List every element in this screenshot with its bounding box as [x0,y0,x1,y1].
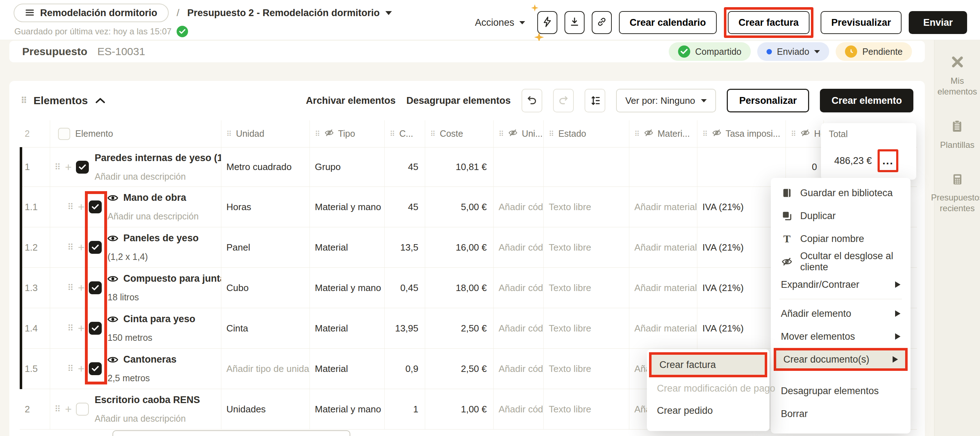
cell-coste[interactable]: 2,50 € [425,349,493,389]
column-header-tipo[interactable]: ⠿Tipo [310,120,385,147]
row-height-button[interactable] [585,89,605,113]
menu-item-crear-documento-s[interactable]: Crear documento(s) [774,348,908,371]
row-menu-button[interactable]: ... [881,152,895,169]
item-name[interactable]: Paneles de yeso [123,233,199,244]
cell-tipo[interactable]: Material [310,308,385,348]
cell-estado[interactable] [544,147,629,187]
crear-elemento-button[interactable]: Crear elemento [820,89,913,113]
cell-material[interactable]: Añadir material... [629,227,697,267]
item-description[interactable]: Añadir una descripción [95,171,221,182]
cell-cantidad[interactable]: 0,45 [385,268,425,308]
project-pill[interactable]: Remodelación dormitorio [14,3,169,22]
undo-button[interactable] [522,89,542,113]
cell-unidad[interactable]: Horas [221,187,310,227]
submenu-item-crear-pedido[interactable]: Crear pedido [647,400,769,422]
drag-handle-icon[interactable]: ⠿ [21,96,27,105]
cell-codigo[interactable]: Añadir códi... [493,187,544,227]
cell-material[interactable] [629,147,697,187]
cell-codigo[interactable]: Añadir códi... [493,227,544,267]
cell-codigo[interactable] [493,147,544,187]
menu-item-ocultar-el-desglose-al-cliente[interactable]: Ocultar el desglose al cliente [771,250,910,273]
drag-handle-icon[interactable]: ⠿ [315,130,320,138]
drag-handle-icon[interactable]: ⠿ [549,130,554,138]
menu-item-duplicar[interactable]: Duplicar [771,205,910,227]
automations-button[interactable] [537,11,557,34]
cell-unidad[interactable]: Cubo [221,268,310,308]
add-row-icon[interactable]: + [78,322,85,334]
ver-por-select[interactable]: Ver por: Ninguno [616,89,716,113]
column-header-tasa-imposi[interactable]: ⠿Tasa imposi... [697,120,786,147]
previsualizar-button[interactable]: Previsualizar [821,11,902,34]
item-description[interactable]: 18 litros [107,292,221,303]
drag-handle-icon[interactable]: ⠿ [67,365,74,373]
add-row-icon[interactable]: + [78,242,85,253]
item-name[interactable]: Mano de obra [123,192,186,203]
column-header-elemento[interactable]: Elemento [50,120,221,147]
cell-tipo[interactable]: Grupo [310,147,385,187]
crear-factura-button[interactable]: Crear factura [728,11,810,34]
cell-tipo[interactable]: Material [310,227,385,267]
cell-coste[interactable]: 5,00 € [425,187,493,227]
cell-cantidad[interactable]: 13,95 [385,308,425,348]
row-checkbox[interactable] [89,241,102,254]
menu-item-mover-elementos[interactable]: Mover elementos [771,325,910,348]
drag-handle-icon[interactable]: ⠿ [67,284,74,292]
cell-coste[interactable]: 16,00 € [425,227,493,267]
download-button[interactable] [565,11,585,34]
cell-tipo[interactable]: Material y mano ... [310,187,385,227]
drag-handle-icon[interactable]: ⠿ [67,324,74,333]
section-header[interactable]: ⠿ Elementos [21,95,105,107]
item-name[interactable]: Escritorio caoba RENS [95,395,200,406]
menu-item-guardar-en-biblioteca[interactable]: Guardar en biblioteca [771,181,910,205]
row-checkbox[interactable] [76,161,89,174]
cell-coste[interactable]: 1,00 € [425,389,493,429]
menu-item-borrar[interactable]: Borrar [771,402,910,425]
add-row-icon[interactable]: + [78,201,85,212]
cell-cantidad[interactable]: 1 [385,389,425,429]
cell-material[interactable]: Añadir material... [629,187,697,227]
row-checkbox[interactable] [89,200,102,213]
acciones-button[interactable]: Acciones [475,17,525,28]
add-row-icon[interactable]: + [78,282,85,293]
column-header-materi[interactable]: ⠿Materi... [629,120,697,147]
drag-handle-icon[interactable]: ⠿ [67,243,74,252]
cell-estado[interactable]: Texto libre [544,349,629,389]
submenu-item-crear-factura[interactable]: Crear factura [649,352,767,377]
cell-codigo[interactable]: Añadir códi... [493,349,544,389]
sidebar-item-presupuestos-recientes[interactable]: Presupuestos recientes [931,173,980,214]
sidebar-item-mis-elementos[interactable]: Mis elementos [934,54,980,97]
cell-coste[interactable]: 2,50 € [425,308,493,348]
drag-handle-icon[interactable]: ⠿ [67,203,74,211]
cell-estado[interactable]: Texto libre [544,389,629,429]
drag-handle-icon[interactable]: ⠿ [54,405,61,414]
cell-codigo[interactable]: Añadir códi... [493,268,544,308]
cell-material[interactable]: Añadir material... [629,268,697,308]
drag-handle-icon[interactable]: ⠿ [54,163,61,171]
item-name[interactable]: Paredes internas de yeso (1... [95,152,221,163]
menu-item-copiar-nombre[interactable]: TCopiar nombre [771,227,910,250]
drag-handle-icon[interactable]: ⠿ [430,130,436,138]
drag-handle-icon[interactable]: ⠿ [791,130,796,138]
cell-tipo[interactable]: Material [310,349,385,389]
enviar-button[interactable]: Enviar [909,11,967,34]
item-name[interactable]: Compuesto para juntas [123,273,221,284]
add-row-icon[interactable]: + [65,162,72,173]
cell-cantidad[interactable]: 0,9 [385,349,425,389]
cell-cantidad[interactable]: 45 [385,187,425,227]
desagrupar-elementos-button[interactable]: Desagrupar elementos [407,95,511,106]
status-badge-enviado[interactable]: Enviado [757,42,829,61]
cell-material[interactable]: Añadir material... [629,308,697,348]
cell-estado[interactable]: Texto libre [544,308,629,348]
personalizar-button[interactable]: Personalizar [727,89,810,113]
cell-codigo[interactable]: Añadir códi... [493,389,544,429]
menu-item-anadir-elemento[interactable]: Añadir elemento [771,302,910,325]
item-name[interactable]: Cantoneras [123,354,177,365]
column-header-coste[interactable]: ⠿Coste [425,120,493,147]
row-checkbox[interactable] [89,362,102,375]
drag-handle-icon[interactable]: ⠿ [702,130,708,138]
cell-cantidad[interactable]: 13,5 [385,227,425,267]
add-row-icon[interactable]: + [78,363,85,374]
new-element-input[interactable] [113,430,350,436]
copy-link-button[interactable] [592,11,612,34]
cell-unidad[interactable]: Metro cuadrado [221,147,310,187]
